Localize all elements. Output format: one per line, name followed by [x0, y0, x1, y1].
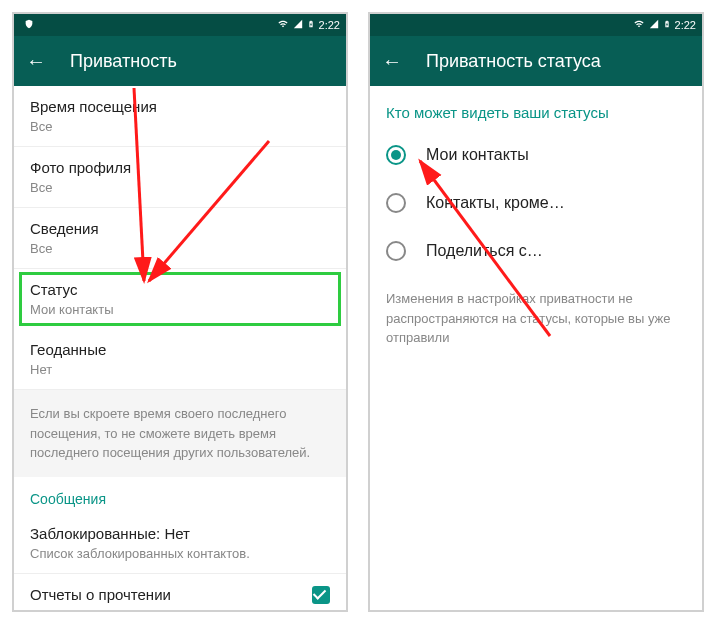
item-value: Все [30, 180, 330, 195]
item-profile-photo[interactable]: Фото профиля Все [14, 147, 346, 208]
item-value: Нет [30, 362, 330, 377]
item-label: Фото профиля [30, 159, 330, 176]
info-last-seen: Если вы скроете время своего последнего … [14, 390, 346, 477]
status-time: 2:22 [319, 19, 340, 31]
radio-icon[interactable] [386, 241, 406, 261]
signal-icon [649, 19, 659, 31]
wifi-icon [633, 19, 645, 31]
page-title: Приватность [70, 51, 177, 72]
option-label: Поделиться с… [426, 242, 543, 260]
option-share-with[interactable]: Поделиться с… [370, 227, 702, 275]
signal-icon [293, 19, 303, 31]
settings-list: Время посещения Все Фото профиля Все Све… [14, 86, 346, 610]
section-messages: Сообщения [14, 477, 346, 513]
item-blocked[interactable]: Заблокированные: Нет Список заблокирован… [14, 513, 346, 574]
option-my-contacts[interactable]: Мои контакты [370, 131, 702, 179]
item-label: Сведения [30, 220, 330, 237]
item-about[interactable]: Сведения Все [14, 208, 346, 269]
back-arrow-icon[interactable]: ← [26, 51, 46, 71]
item-label: Время посещения [30, 98, 330, 115]
app-bar: ← Приватность статуса [370, 36, 702, 86]
battery-icon [307, 18, 315, 32]
status-bar: 2:22 [370, 14, 702, 36]
battery-icon [663, 18, 671, 32]
page-title: Приватность статуса [426, 51, 601, 72]
status-bar: 2:22 [14, 14, 346, 36]
option-label: Мои контакты [426, 146, 529, 164]
option-label: Контакты, кроме… [426, 194, 565, 212]
section-header: Кто может видеть ваши статусы [370, 86, 702, 131]
encryption-icon [24, 19, 34, 31]
item-read-receipts[interactable]: Отчеты о прочтении [14, 574, 346, 611]
option-contacts-except[interactable]: Контакты, кроме… [370, 179, 702, 227]
item-value: Мои контакты [30, 302, 330, 317]
item-value: Список заблокированных контактов. [30, 546, 330, 561]
back-arrow-icon[interactable]: ← [382, 51, 402, 71]
item-label: Статус [30, 281, 330, 298]
phone-screen-privacy: 2:22 ← Приватность Время посещения Все Ф… [12, 12, 348, 612]
item-value: Все [30, 241, 330, 256]
status-time: 2:22 [675, 19, 696, 31]
app-bar: ← Приватность [14, 36, 346, 86]
item-label: Заблокированные: Нет [30, 525, 330, 542]
item-label: Отчеты о прочтении [30, 586, 171, 603]
wifi-icon [277, 19, 289, 31]
item-label: Геоданные [30, 341, 330, 358]
item-value: Все [30, 119, 330, 134]
radio-selected-icon[interactable] [386, 145, 406, 165]
info-text: Изменения в настройках приватности не ра… [370, 275, 702, 362]
radio-icon[interactable] [386, 193, 406, 213]
item-status[interactable]: Статус Мои контакты [20, 273, 340, 325]
status-privacy-content: Кто может видеть ваши статусы Мои контак… [370, 86, 702, 610]
checkbox-checked-icon[interactable] [312, 586, 330, 604]
phone-screen-status-privacy: 2:22 ← Приватность статуса Кто может вид… [368, 12, 704, 612]
item-last-seen[interactable]: Время посещения Все [14, 86, 346, 147]
item-location[interactable]: Геоданные Нет [14, 329, 346, 390]
